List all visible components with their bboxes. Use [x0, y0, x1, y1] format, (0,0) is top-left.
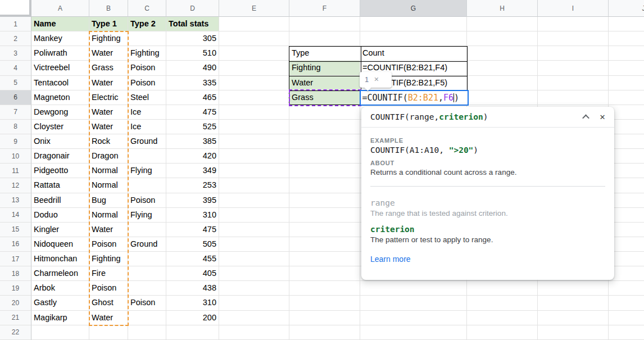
cell-summary-count[interactable] [360, 31, 467, 46]
cell-empty-e[interactable] [219, 311, 289, 325]
cell-name[interactable]: Gastly [31, 296, 89, 310]
cell-name[interactable]: Beedrill [31, 193, 89, 208]
cell-summary-type[interactable] [289, 281, 360, 296]
cell-name[interactable]: Mankey [31, 31, 89, 46]
row-header[interactable]: 20 [0, 296, 31, 310]
cell-summary-type[interactable] [289, 31, 360, 46]
cell-type1[interactable]: Fire [89, 266, 128, 281]
cell-empty-i[interactable] [538, 90, 609, 105]
cell-empty-e[interactable] [219, 193, 289, 208]
cell-empty-e[interactable] [219, 120, 289, 134]
row-header[interactable]: 9 [0, 134, 31, 149]
cell-total-stats[interactable]: 510 [166, 46, 219, 61]
cell-empty-i[interactable] [538, 325, 609, 340]
cell-name[interactable]: Rattata [31, 178, 89, 193]
cell-name[interactable]: Name [31, 17, 89, 31]
cell-empty-h[interactable] [467, 311, 538, 325]
cell-empty-e[interactable] [219, 90, 289, 105]
cell-empty-e[interactable] [219, 325, 289, 340]
row-header[interactable]: 15 [0, 223, 31, 237]
column-header-c[interactable]: C [128, 0, 166, 17]
cell-empty-j[interactable] [609, 311, 644, 325]
formula-editing-cell-g6[interactable]: =COUNTIF(B2:B21,F6) [360, 90, 469, 106]
cell-total-stats[interactable]: 385 [166, 134, 219, 149]
cell-type2[interactable]: Poison [128, 76, 166, 90]
cell-empty-j[interactable] [609, 17, 644, 31]
cell-empty-e[interactable] [219, 31, 289, 46]
collapse-chevron-up-icon[interactable] [582, 114, 589, 121]
column-header-g-active[interactable]: G [360, 0, 467, 17]
cell-empty-j[interactable] [609, 325, 644, 340]
cell-total-stats[interactable]: 405 [166, 266, 219, 281]
cell-total-stats[interactable]: 253 [166, 178, 219, 193]
cell-type2[interactable]: Fighting [128, 46, 166, 61]
select-all-corner[interactable] [0, 0, 31, 17]
cell-summary-type[interactable] [289, 17, 360, 31]
column-header-f[interactable]: F [289, 0, 360, 17]
row-header[interactable]: 7 [0, 105, 31, 120]
row-header[interactable]: 12 [0, 178, 31, 193]
cell-empty-i[interactable] [538, 311, 609, 325]
cell-type1[interactable]: Water [89, 120, 128, 134]
cell-summary-count[interactable] [360, 281, 467, 296]
cell-summary-type[interactable]: Type [289, 46, 360, 61]
cell-total-stats[interactable]: 335 [166, 76, 219, 90]
cell-empty-e[interactable] [219, 178, 289, 193]
cell-empty-j[interactable] [609, 90, 644, 105]
row-header[interactable]: 8 [0, 120, 31, 134]
cell-total-stats[interactable]: Total stats [166, 17, 219, 31]
column-header-d[interactable]: D [166, 0, 219, 17]
cell-type2[interactable]: Poison [128, 61, 166, 75]
cell-summary-type[interactable] [289, 208, 360, 223]
cell-summary-type[interactable] [289, 237, 360, 252]
column-header-h[interactable]: H [467, 0, 538, 17]
cell-name[interactable]: Magneton [31, 90, 89, 105]
cell-empty-e[interactable] [219, 76, 289, 90]
cell-total-stats[interactable]: 395 [166, 193, 219, 208]
cell-total-stats[interactable]: 525 [166, 120, 219, 134]
row-header[interactable]: 1 [0, 17, 31, 31]
column-header-j[interactable]: J [609, 0, 644, 17]
cell-empty-h[interactable] [467, 325, 538, 340]
cell-total-stats[interactable]: 349 [166, 164, 219, 178]
cell-type2[interactable] [128, 325, 166, 340]
row-header[interactable]: 10 [0, 149, 31, 164]
cell-empty-e[interactable] [219, 149, 289, 164]
cell-empty-j[interactable] [609, 281, 644, 296]
cell-total-stats[interactable]: 200 [166, 311, 219, 325]
row-header[interactable]: 16 [0, 237, 31, 252]
cell-empty-i[interactable] [538, 76, 609, 90]
cell-summary-type[interactable] [289, 134, 360, 149]
row-header[interactable]: 18 [0, 266, 31, 281]
cell-summary-type[interactable] [289, 223, 360, 237]
cell-total-stats[interactable]: 465 [166, 90, 219, 105]
cell-empty-e[interactable] [219, 17, 289, 31]
cell-summary-type[interactable] [289, 193, 360, 208]
preview-close-icon[interactable]: ✕ [374, 76, 379, 83]
cell-type1[interactable]: Water [89, 46, 128, 61]
cell-total-stats[interactable]: 475 [166, 105, 219, 120]
cell-type2[interactable] [128, 149, 166, 164]
cell-type2[interactable]: Flying [128, 208, 166, 223]
cell-name[interactable]: Victreebel [31, 61, 89, 75]
cell-summary-type[interactable] [289, 252, 360, 266]
cell-empty-i[interactable] [538, 296, 609, 310]
cell-type2[interactable]: Ice [128, 120, 166, 134]
cell-empty-h[interactable] [467, 281, 538, 296]
cell-type2[interactable]: Ground [128, 134, 166, 149]
cell-empty-h[interactable] [467, 61, 538, 75]
cell-empty-i[interactable] [538, 46, 609, 61]
cell-name[interactable]: Cloyster [31, 120, 89, 134]
cell-total-stats[interactable]: 490 [166, 61, 219, 75]
cell-empty-j[interactable] [609, 46, 644, 61]
cell-empty-h[interactable] [467, 46, 538, 61]
cell-type2[interactable]: Poison [128, 296, 166, 310]
cell-empty-j[interactable] [609, 296, 644, 310]
cell-empty-e[interactable] [219, 281, 289, 296]
cell-total-stats[interactable]: 455 [166, 252, 219, 266]
cell-type2[interactable]: Ground [128, 237, 166, 252]
cell-summary-count[interactable] [360, 296, 467, 310]
cell-type1[interactable]: Water [89, 76, 128, 90]
cell-summary-type[interactable] [289, 266, 360, 281]
cell-name[interactable]: Onix [31, 134, 89, 149]
